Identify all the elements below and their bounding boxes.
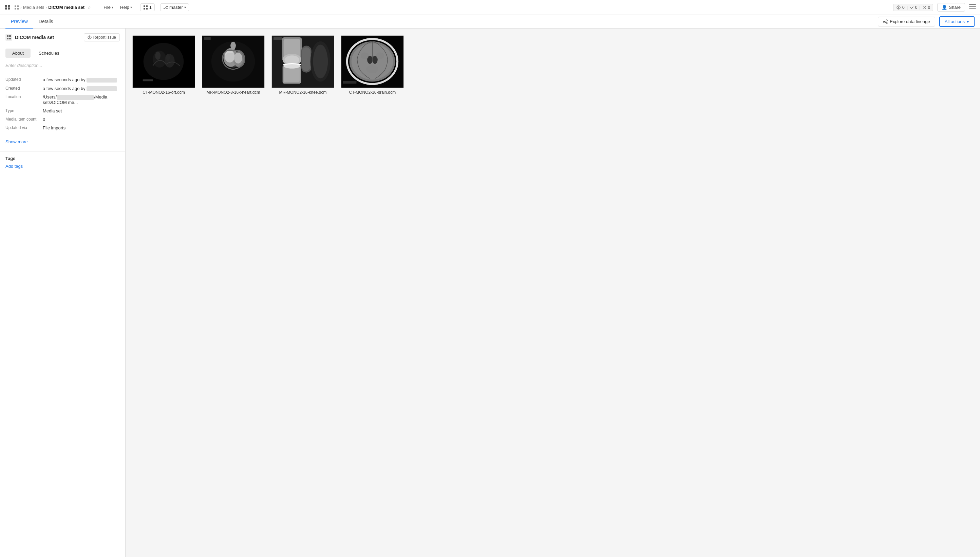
report-issue-label: Report issue xyxy=(93,35,116,40)
svg-point-15 xyxy=(883,21,885,23)
status-badges[interactable]: 0 | 0 | 0 xyxy=(893,4,933,11)
media-item[interactable]: MR-MONO2-16-knee.dcm xyxy=(271,35,334,95)
metadata-media-item-count: Media item count 0 xyxy=(5,117,120,122)
top-bar-right: 0 | 0 | 0 👤 Share xyxy=(893,3,976,11)
tabs: Preview Details xyxy=(5,15,59,29)
breadcrumb-hidden-path[interactable] xyxy=(14,5,19,10)
x-count: 0 xyxy=(928,5,930,10)
metadata-type: Type Media set xyxy=(5,108,120,114)
add-tags-link[interactable]: Add tags xyxy=(5,164,23,169)
file-arrow: ▾ xyxy=(112,5,114,9)
hamburger-icon[interactable] xyxy=(969,5,976,11)
svg-rect-14 xyxy=(969,8,976,9)
svg-point-27 xyxy=(155,52,161,60)
svg-rect-5 xyxy=(15,8,16,10)
media-item[interactable]: CT-MONO2-16-brain.dcm xyxy=(341,35,404,95)
file-menu-item[interactable]: File ▾ xyxy=(101,4,116,11)
location-value: /Users//Media sets/DICOM me... xyxy=(43,94,120,105)
svg-rect-18 xyxy=(7,35,8,37)
svg-point-61 xyxy=(366,65,378,73)
tab-bar: Preview Details Explore data lineage All… xyxy=(0,15,980,29)
branch-label: master xyxy=(169,5,183,10)
svg-rect-19 xyxy=(7,38,8,39)
dataset-icon xyxy=(5,34,12,41)
sidebar-dataset-title: DICOM media set xyxy=(15,35,54,40)
share-label: Share xyxy=(949,5,961,10)
description-placeholder-text: Enter description... xyxy=(5,63,42,68)
updated-label: Updated xyxy=(5,77,43,83)
all-actions-arrow: ▾ xyxy=(967,19,969,24)
file-label: File xyxy=(104,5,110,10)
svg-point-49 xyxy=(313,45,328,78)
media-item-label: CT-MONO2-16-brain.dcm xyxy=(349,90,396,95)
explore-lineage-label: Explore data lineage xyxy=(890,19,930,24)
top-bar: › Media sets › DICOM media set ☆ File ▾ … xyxy=(0,0,980,15)
grid-icon[interactable] xyxy=(4,4,11,11)
breadcrumb-sep2: › xyxy=(46,5,47,10)
about-tab-label: About xyxy=(12,50,24,56)
media-thumbnail[interactable] xyxy=(341,35,404,88)
type-value: Media set xyxy=(43,108,120,114)
schedules-tab-label: Schedules xyxy=(39,50,59,56)
star-icon[interactable]: ☆ xyxy=(87,5,91,10)
sidebar-tab-schedules[interactable]: Schedules xyxy=(32,49,66,58)
main-layout: DICOM media set Report issue About Sched… xyxy=(0,29,980,557)
all-actions-button[interactable]: All actions ▾ xyxy=(939,16,975,27)
svg-rect-13 xyxy=(969,7,976,7)
content-area: CT-MONO2-16-ort.dcm xyxy=(125,29,980,557)
tab-details[interactable]: Details xyxy=(33,15,59,29)
show-more-link[interactable]: Show more xyxy=(0,138,125,148)
svg-point-28 xyxy=(166,54,170,61)
svg-point-60 xyxy=(376,52,384,59)
media-item-count-value: 0 xyxy=(43,117,120,122)
sidebar-tabs: About Schedules xyxy=(0,45,125,58)
media-item[interactable]: CT-MONO2-16-ort.dcm xyxy=(132,35,195,95)
share-button[interactable]: 👤 Share xyxy=(937,3,965,11)
breadcrumb-media-sets[interactable]: Media sets xyxy=(23,5,44,10)
media-thumbnail[interactable] xyxy=(132,35,195,88)
report-issue-button[interactable]: Report issue xyxy=(84,33,120,41)
svg-rect-0 xyxy=(5,5,7,7)
created-label: Created xyxy=(5,86,43,91)
svg-rect-21 xyxy=(9,38,11,39)
type-label: Type xyxy=(5,108,43,114)
tags-section: Tags Add tags xyxy=(0,151,125,173)
media-grid: CT-MONO2-16-ort.dcm xyxy=(132,35,973,95)
branch-badge[interactable]: ⎇ master ▾ xyxy=(160,3,189,11)
created-user-redacted xyxy=(86,86,117,91)
tab-preview-label: Preview xyxy=(11,19,28,24)
svg-rect-62 xyxy=(343,81,357,83)
created-value: a few seconds ago by xyxy=(43,86,120,91)
sidebar-header: DICOM media set Report issue xyxy=(0,29,125,45)
tags-title: Tags xyxy=(5,156,120,161)
svg-rect-9 xyxy=(144,8,145,10)
svg-rect-10 xyxy=(146,5,148,7)
metadata-updated: Updated a few seconds ago by xyxy=(5,77,120,83)
svg-point-16 xyxy=(886,20,888,21)
media-item[interactable]: MR-MONO2-8-16x-heart.dcm xyxy=(202,35,264,95)
svg-rect-8 xyxy=(144,5,145,7)
media-item-label: CT-MONO2-16-ort.dcm xyxy=(143,90,185,95)
svg-rect-12 xyxy=(969,5,976,5)
description-field[interactable]: Enter description... xyxy=(0,58,125,73)
media-thumbnail[interactable] xyxy=(202,35,264,88)
tab-preview[interactable]: Preview xyxy=(5,15,33,29)
updated-user-redacted xyxy=(86,78,117,83)
help-label: Help xyxy=(120,5,129,10)
breadcrumb-sep1: › xyxy=(20,5,22,10)
top-bar-left: › Media sets › DICOM media set ☆ File ▾ … xyxy=(4,3,893,11)
metadata-created: Created a few seconds ago by xyxy=(5,86,120,91)
version-label: 1 xyxy=(149,5,152,10)
help-menu-item[interactable]: Help ▾ xyxy=(117,4,135,11)
version-badge[interactable]: 1 xyxy=(140,3,155,11)
updated-via-label: Updated via xyxy=(5,125,43,130)
media-thumbnail[interactable] xyxy=(271,35,334,88)
breadcrumb: › Media sets › DICOM media set ☆ xyxy=(14,5,91,10)
svg-rect-37 xyxy=(204,37,211,40)
svg-rect-6 xyxy=(17,5,19,7)
tab-details-label: Details xyxy=(39,19,53,24)
svg-rect-1 xyxy=(8,5,10,7)
sidebar-tab-about[interactable]: About xyxy=(5,49,31,58)
media-item-count-label: Media item count xyxy=(5,117,43,122)
explore-lineage-button[interactable]: Explore data lineage xyxy=(878,17,935,26)
